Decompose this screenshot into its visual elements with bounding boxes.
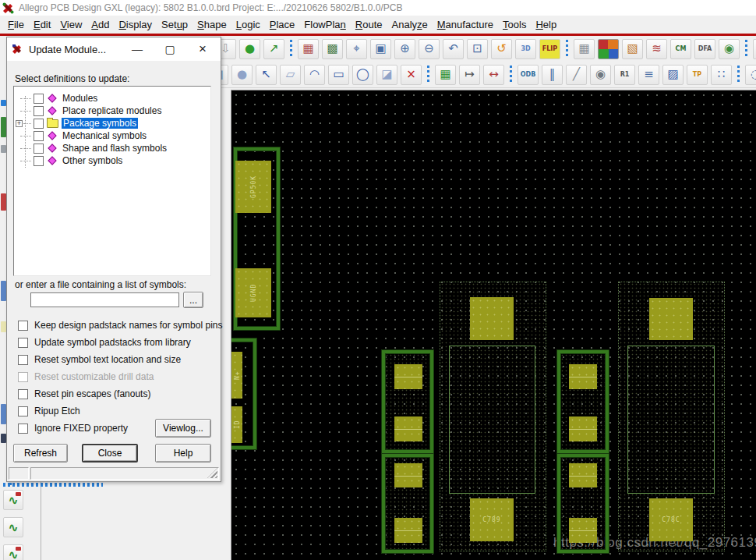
checkbox-box[interactable]	[18, 406, 28, 416]
checkbox-box[interactable]	[18, 389, 28, 399]
rats-all-icon[interactable]: ▩	[322, 39, 343, 59]
dfa-table-icon[interactable]: DFA	[694, 39, 715, 59]
probe-icon[interactable]: ◌	[745, 65, 756, 85]
left-toolbar-icon[interactable]	[1, 193, 6, 211]
tree-item-shape-and-flash-symbols[interactable]: Shape and flash symbols	[14, 142, 210, 154]
checkbox-box[interactable]	[18, 355, 28, 365]
menu-route[interactable]: Route	[355, 19, 383, 30]
tree-expander-icon[interactable]: +	[16, 120, 23, 127]
board-symbol-icon[interactable]: ▦	[435, 65, 456, 85]
pad[interactable]	[569, 463, 597, 487]
pcb-design-canvas[interactable]: https://blog.csdn.net/qq_29761395 GP50KU…	[231, 90, 756, 560]
zoom-out-icon[interactable]: ⊖	[419, 39, 440, 59]
definitions-tree[interactable]: ModulesPlace replicate modules+Package s…	[13, 86, 211, 276]
pad[interactable]: N+	[231, 352, 242, 399]
close-icon[interactable]: ×	[189, 41, 216, 57]
delete-etch-icon[interactable]: ∿	[3, 544, 23, 560]
shape-corner-icon[interactable]: ◪	[376, 65, 397, 85]
pad[interactable]: UGND	[235, 268, 271, 317]
tree-item-checkbox[interactable]	[34, 144, 44, 154]
pad[interactable]	[569, 364, 597, 389]
menu-view[interactable]: View	[60, 19, 82, 30]
viewlog-button[interactable]: Viewlog...	[155, 419, 211, 438]
close-button[interactable]: Close	[82, 444, 138, 463]
left-toolbar-icon[interactable]	[1, 404, 6, 424]
tree-item-label[interactable]: Mechanical symbols	[61, 130, 148, 141]
tree-item-label[interactable]: Package symbols	[62, 118, 138, 129]
menu-edit[interactable]: Edit	[34, 19, 51, 30]
minimize-button[interactable]: —	[124, 43, 150, 55]
pad-array-icon[interactable]: ∷	[711, 65, 732, 85]
view-3d-icon[interactable]: 3D	[515, 39, 536, 59]
tree-item-checkbox[interactable]	[34, 131, 44, 141]
left-toolbar-icon[interactable]	[1, 281, 6, 301]
left-toolbar-icon[interactable]	[1, 100, 6, 106]
tree-item-checkbox[interactable]	[34, 94, 44, 104]
checkbox-reset-pin-escapes-fanouts-[interactable]: Reset pin escapes (fanouts)	[18, 385, 222, 402]
menu-manufacture[interactable]: Manufacture	[437, 19, 493, 30]
menu-file[interactable]: File	[8, 19, 24, 30]
menu-flowplan[interactable]: FlowPlan	[304, 19, 345, 30]
pad[interactable]: C78C	[649, 498, 693, 541]
menu-help[interactable]: Help	[535, 19, 556, 30]
tree-item-checkbox[interactable]	[34, 156, 44, 166]
checkbox-update-symbol-padstacks-from-library[interactable]: Update symbol padstacks from library	[18, 334, 222, 351]
tree-item-other-symbols[interactable]: Other symbols	[14, 154, 210, 167]
zoom-previous-icon[interactable]: ↶	[443, 39, 464, 59]
tree-item-label[interactable]: Shape and flash symbols	[61, 143, 168, 154]
pad[interactable]	[394, 416, 422, 441]
dialog-titlebar[interactable]: Update Module... — ▢ ×	[7, 37, 221, 61]
checkbox-box[interactable]	[18, 338, 28, 348]
pad[interactable]	[394, 463, 422, 487]
pad[interactable]: ID	[231, 406, 242, 443]
pad[interactable]	[649, 298, 693, 340]
zoom-in-icon[interactable]: ⊕	[394, 39, 415, 59]
shape-circle-outline-icon[interactable]: ◯	[352, 65, 373, 85]
silkscreen-outline[interactable]	[627, 346, 715, 494]
pad[interactable]: C789	[470, 498, 514, 541]
redraw-icon[interactable]: ▦	[298, 39, 319, 59]
menu-analyze[interactable]: Analyze	[392, 19, 428, 30]
select-pointer-icon[interactable]: ↖	[256, 65, 277, 85]
checkbox-keep-design-padstack-names-for-symbol-pi[interactable]: Keep design padstack names for symbol pi…	[18, 317, 222, 334]
world-view-icon[interactable]: ◉	[719, 39, 740, 59]
dimension-edge-icon[interactable]: ↦	[459, 65, 480, 85]
zoom-fit-icon[interactable]: ▣	[370, 39, 391, 59]
shape-delete-icon[interactable]: ×	[401, 65, 422, 85]
testpoint-icon[interactable]: TP	[687, 65, 708, 85]
toolbar-drag-handle[interactable]	[3, 483, 103, 487]
left-toolbar-icon[interactable]	[1, 145, 6, 153]
refresh-button[interactable]: Refresh	[13, 444, 68, 463]
checkbox-ripup-etch[interactable]: Ripup Etch	[18, 402, 222, 420]
checkbox-box[interactable]	[18, 321, 28, 331]
tree-item-place-replicate-modules[interactable]: Place replicate modules	[14, 105, 210, 117]
menu-add[interactable]: Add	[91, 19, 109, 30]
zoom-points-icon[interactable]: ⌖	[346, 39, 367, 59]
symbols-file-input[interactable]	[30, 292, 179, 307]
resize-grip-icon[interactable]	[207, 468, 217, 478]
menu-setup[interactable]: Setup	[161, 19, 188, 30]
shape-arc-icon[interactable]: ◠	[304, 65, 325, 85]
browse-button[interactable]: ...	[183, 292, 203, 308]
shape-circle-icon[interactable]: ●	[231, 65, 253, 85]
flip-design-icon[interactable]: FLIP	[539, 39, 560, 59]
zoom-selection-icon[interactable]: ⊡	[467, 39, 488, 59]
undo-icon[interactable]: ↺	[491, 39, 512, 59]
shape-rect-icon[interactable]: ▭	[328, 65, 349, 85]
shape-copy-icon[interactable]: ▱	[280, 65, 301, 85]
flip-boards-icon[interactable]: ‖	[542, 65, 563, 85]
tree-item-mechanical-symbols[interactable]: Mechanical symbols	[14, 129, 210, 142]
pad[interactable]	[569, 416, 597, 441]
pad[interactable]	[394, 518, 422, 543]
color-dialog-icon[interactable]	[598, 39, 619, 59]
wrench-icon[interactable]: ╱	[566, 65, 587, 85]
grid-toggle-icon[interactable]: ▦	[574, 39, 595, 59]
tree-item-label[interactable]: Place replicate modules	[61, 105, 163, 116]
tree-item-label[interactable]: Modules	[61, 93, 99, 104]
pushpin-icon[interactable]: ↗	[263, 39, 284, 59]
tree-item-label[interactable]: Other symbols	[61, 155, 124, 166]
dimension-span-icon[interactable]: ↔	[483, 65, 504, 85]
rename-refdes-icon[interactable]: R1	[614, 65, 635, 85]
tree-item-package-symbols[interactable]: +Package symbols	[14, 117, 210, 129]
camera-icon[interactable]: ◉	[590, 65, 611, 85]
